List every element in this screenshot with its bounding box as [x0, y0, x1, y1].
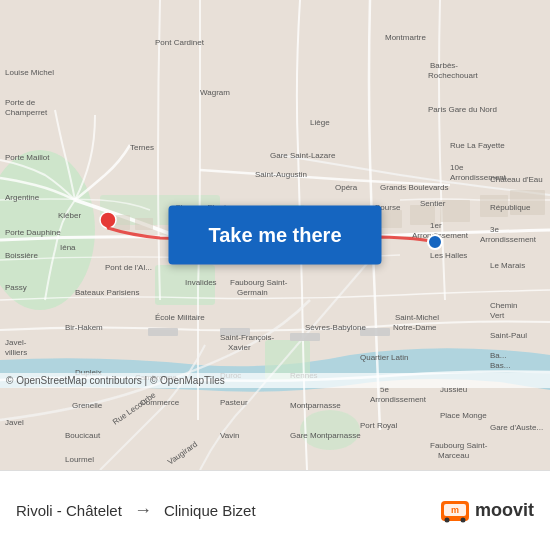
svg-text:Javel-: Javel-	[5, 338, 27, 347]
take-me-there-button[interactable]: Take me there	[168, 206, 381, 265]
svg-text:Quartier Latin: Quartier Latin	[360, 353, 408, 362]
svg-text:Arrondissement: Arrondissement	[480, 235, 537, 244]
svg-text:Lourmel: Lourmel	[65, 455, 94, 464]
svg-rect-15	[380, 210, 402, 228]
svg-text:Kléber: Kléber	[58, 211, 81, 220]
svg-text:3e: 3e	[490, 225, 499, 234]
svg-text:Saint-Michel: Saint-Michel	[395, 313, 439, 322]
svg-text:Liège: Liège	[310, 118, 330, 127]
svg-text:Gare Saint-Lazare: Gare Saint-Lazare	[270, 151, 336, 160]
svg-text:Notre-Dame: Notre-Dame	[393, 323, 437, 332]
svg-point-109	[444, 517, 449, 522]
svg-text:Sentier: Sentier	[420, 199, 446, 208]
svg-text:Porte Dauphine: Porte Dauphine	[5, 228, 61, 237]
svg-text:Germain: Germain	[237, 288, 268, 297]
svg-text:République: République	[490, 203, 531, 212]
svg-text:École Militaire: École Militaire	[155, 313, 205, 322]
svg-text:Passy: Passy	[5, 283, 27, 292]
svg-text:Boissière: Boissière	[5, 251, 38, 260]
svg-text:Pont de l'Al...: Pont de l'Al...	[105, 263, 152, 272]
svg-text:Pasteur: Pasteur	[220, 398, 248, 407]
svg-text:Gare d'Auste...: Gare d'Auste...	[490, 423, 543, 432]
svg-text:Faubourg Saint-: Faubourg Saint-	[430, 441, 488, 450]
svg-text:Port Royal: Port Royal	[360, 421, 398, 430]
svg-text:Saint-Augustin: Saint-Augustin	[255, 170, 307, 179]
svg-text:Rue La Fayette: Rue La Fayette	[450, 141, 505, 150]
svg-text:Bir-Hakem: Bir-Hakem	[65, 323, 103, 332]
svg-text:Chemin: Chemin	[490, 301, 518, 310]
svg-text:m: m	[451, 505, 459, 515]
svg-text:Vert: Vert	[490, 311, 505, 320]
destination-label: Clinique Bizet	[164, 502, 256, 519]
svg-text:Champerret: Champerret	[5, 108, 48, 117]
origin-label: Rivoli - Châtelet	[16, 502, 122, 519]
svg-text:Invalides: Invalides	[185, 278, 217, 287]
svg-text:Iéna: Iéna	[60, 243, 76, 252]
svg-text:Le Marais: Le Marais	[490, 261, 525, 270]
svg-text:Montparnasse: Montparnasse	[290, 401, 341, 410]
moovit-logo: m moovit	[439, 495, 534, 527]
svg-text:Les Halles: Les Halles	[430, 251, 467, 260]
svg-text:10e: 10e	[450, 163, 464, 172]
svg-point-6	[300, 410, 360, 450]
svg-text:Xavier: Xavier	[228, 343, 251, 352]
map-container: Louise Michel Pont Cardinet Montmartre P…	[0, 0, 550, 470]
svg-rect-7	[148, 328, 178, 336]
svg-text:Porte de: Porte de	[5, 98, 36, 107]
svg-text:Ba...: Ba...	[490, 351, 506, 360]
svg-text:Wagram: Wagram	[200, 88, 230, 97]
svg-rect-12	[135, 218, 153, 230]
svg-text:Javel: Javel	[5, 418, 24, 427]
svg-text:1er: 1er	[430, 221, 442, 230]
svg-text:Bas...: Bas...	[490, 361, 510, 370]
moovit-brand-text: moovit	[475, 500, 534, 521]
svg-text:Vavin: Vavin	[220, 431, 239, 440]
svg-text:Ternes: Ternes	[130, 143, 154, 152]
svg-text:Place Monge: Place Monge	[440, 411, 487, 420]
svg-text:Louise Michel: Louise Michel	[5, 68, 54, 77]
svg-text:Porte Maillot: Porte Maillot	[5, 153, 50, 162]
moovit-icon: m	[439, 495, 471, 527]
svg-text:Arrondissement: Arrondissement	[370, 395, 427, 404]
svg-rect-9	[290, 333, 320, 341]
svg-text:Barbès-: Barbès-	[430, 61, 458, 70]
svg-point-105	[428, 235, 442, 249]
svg-text:Boucicaut: Boucicaut	[65, 431, 101, 440]
svg-text:villiers: villiers	[5, 348, 27, 357]
bottom-bar: Rivoli - Châtelet → Clinique Bizet m moo…	[0, 470, 550, 550]
svg-text:Bateaux Parisiens: Bateaux Parisiens	[75, 288, 139, 297]
svg-text:Saint-Paul: Saint-Paul	[490, 331, 527, 340]
map-attribution: © OpenStreetMap contributors | © OpenMap…	[0, 373, 550, 388]
svg-text:Faubourg Saint-: Faubourg Saint-	[230, 278, 288, 287]
svg-text:Château d'Eau: Château d'Eau	[490, 175, 543, 184]
svg-text:Opéra: Opéra	[335, 183, 358, 192]
route-info: Rivoli - Châtelet → Clinique Bizet	[16, 500, 439, 521]
svg-text:Sèvres-Babylone: Sèvres-Babylone	[305, 323, 366, 332]
svg-text:Grenelle: Grenelle	[72, 401, 103, 410]
svg-text:Saint-François-: Saint-François-	[220, 333, 275, 342]
svg-text:Paris Gare du Nord: Paris Gare du Nord	[428, 105, 497, 114]
svg-text:Rochechouart: Rochechouart	[428, 71, 479, 80]
svg-text:Marceau: Marceau	[438, 451, 469, 460]
svg-text:Gare Montparnasse: Gare Montparnasse	[290, 431, 361, 440]
svg-point-110	[460, 517, 465, 522]
svg-text:Argentine: Argentine	[5, 193, 40, 202]
svg-text:Montmartre: Montmartre	[385, 33, 426, 42]
svg-text:Grands Boulevards: Grands Boulevards	[380, 183, 448, 192]
svg-text:Pont Cardinet: Pont Cardinet	[155, 38, 205, 47]
arrow-icon: →	[134, 500, 152, 521]
